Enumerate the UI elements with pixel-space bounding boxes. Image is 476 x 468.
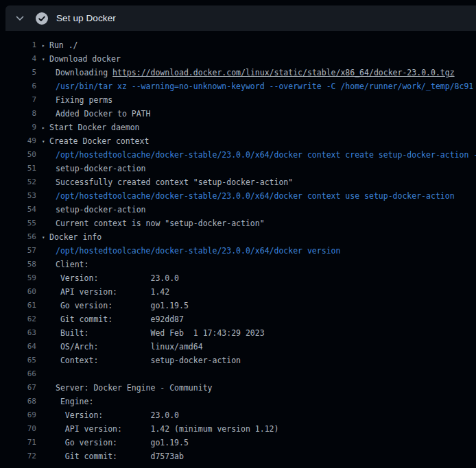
log-plain-text: API version: 1.42 bbox=[56, 287, 169, 297]
log-line: 1▸Run ./ bbox=[0, 38, 476, 52]
log-text: Version: 23.0.0 bbox=[36, 408, 476, 422]
line-number[interactable]: 56 bbox=[0, 230, 36, 244]
line-number[interactable]: 67 bbox=[0, 381, 36, 395]
line-number[interactable]: 66 bbox=[0, 367, 36, 381]
log-line: 61 Go version: go1.19.5 bbox=[0, 299, 476, 312]
triangle-expanded-icon[interactable]: ▾ bbox=[42, 231, 49, 244]
log-plain-text: setup-docker-action bbox=[56, 205, 146, 214]
log-plain-text: Engine: bbox=[56, 397, 93, 406]
log-line: 50/opt/hostedtoolcache/docker-stable/23.… bbox=[0, 148, 476, 162]
log-plain-text: setup-docker-action bbox=[56, 164, 146, 173]
log-line: 53/opt/hostedtoolcache/docker-stable/23.… bbox=[0, 189, 476, 203]
line-number[interactable]: 71 bbox=[0, 436, 36, 449]
line-number[interactable]: 53 bbox=[0, 189, 36, 203]
log-group-header[interactable]: ▾Create Docker context bbox=[36, 134, 476, 148]
log-text: Go version: go1.19.5 bbox=[36, 299, 476, 312]
log-text: setup-docker-action bbox=[36, 162, 476, 175]
log-text: API version: 1.42 bbox=[36, 285, 476, 299]
log-plain-text: Downloading bbox=[56, 68, 112, 77]
line-number[interactable]: 65 bbox=[0, 354, 36, 367]
line-number[interactable]: 57 bbox=[0, 244, 36, 258]
log-line: 4▾Download docker bbox=[0, 52, 476, 66]
line-number[interactable]: 58 bbox=[0, 258, 36, 271]
log-plain-text: Fixing perms bbox=[56, 95, 112, 105]
line-number[interactable]: 69 bbox=[0, 408, 36, 422]
line-number[interactable]: 68 bbox=[0, 395, 36, 408]
log-plain-text: OS/Arch: linux/amd64 bbox=[56, 342, 203, 352]
log-line: 51setup-docker-action bbox=[0, 162, 476, 175]
line-number[interactable]: 7 bbox=[0, 93, 36, 107]
line-number[interactable]: 64 bbox=[0, 340, 36, 354]
chevron-down-icon[interactable] bbox=[15, 14, 25, 23]
line-number[interactable]: 52 bbox=[0, 175, 36, 189]
log-line: 49▾Create Docker context bbox=[0, 134, 476, 148]
line-number[interactable]: 70 bbox=[0, 422, 36, 436]
log-line: 60 API version: 1.42 bbox=[0, 285, 476, 299]
log-plain-text: Added Docker to PATH bbox=[56, 109, 150, 119]
log-text bbox=[36, 367, 476, 381]
log-plain-text: Version: 23.0.0 bbox=[56, 410, 179, 420]
log-text: Successfully created context "setup-dock… bbox=[36, 175, 476, 189]
log-text: Added Docker to PATH bbox=[36, 107, 476, 121]
log-plain-text: Run ./ bbox=[49, 40, 78, 50]
log-line: 68 Engine: bbox=[0, 395, 476, 408]
line-number[interactable]: 50 bbox=[0, 148, 36, 162]
log-plain-text: Docker info bbox=[49, 232, 102, 242]
log-line: 52Successfully created context "setup-do… bbox=[0, 175, 476, 189]
step-header[interactable]: Set up Docker bbox=[5, 5, 476, 31]
line-number[interactable]: 49 bbox=[0, 134, 36, 148]
log-line: 59 Version: 23.0.0 bbox=[0, 271, 476, 285]
line-number[interactable]: 9 bbox=[0, 121, 36, 134]
line-number[interactable]: 59 bbox=[0, 271, 36, 285]
log-plain-text: Server: Docker Engine - Community bbox=[56, 383, 212, 393]
log-line: 63 Built: Wed Feb 1 17:43:29 2023 bbox=[0, 326, 476, 340]
log-text: OS/Arch: linux/amd64 bbox=[36, 340, 476, 354]
log-group-header[interactable]: ▸Run ./ bbox=[36, 38, 476, 52]
log-text: Context: setup-docker-action bbox=[36, 354, 476, 367]
log-command-text: /usr/bin/tar xz --warning=no-unknown-key… bbox=[56, 82, 473, 91]
line-number[interactable]: 1 bbox=[0, 38, 36, 52]
triangle-collapsed-icon[interactable]: ▸ bbox=[42, 121, 49, 134]
log-line: 9▸Start Docker daemon bbox=[0, 121, 476, 134]
line-number[interactable]: 51 bbox=[0, 162, 36, 175]
log-plain-text: Context: setup-docker-action bbox=[56, 356, 241, 365]
log-plain-text: Start Docker daemon bbox=[49, 123, 140, 132]
line-number[interactable]: 5 bbox=[0, 66, 36, 79]
log-group-header[interactable]: ▾Download docker bbox=[36, 52, 476, 66]
log-line: 7Fixing perms bbox=[0, 93, 476, 107]
log-line: 67Server: Docker Engine - Community bbox=[0, 381, 476, 395]
step-title: Set up Docker bbox=[56, 13, 116, 23]
log-viewer: 1▸Run ./4▾Download docker5Downloading ht… bbox=[0, 31, 476, 463]
log-text: Engine: bbox=[36, 395, 476, 408]
log-text: Git commit: d7573ab bbox=[36, 449, 476, 463]
log-command-text: /opt/hostedtoolcache/docker-stable/23.0.… bbox=[56, 150, 476, 160]
log-line: 64 OS/Arch: linux/amd64 bbox=[0, 340, 476, 354]
triangle-collapsed-icon[interactable]: ▸ bbox=[42, 39, 49, 52]
triangle-expanded-icon[interactable]: ▾ bbox=[42, 135, 49, 148]
line-number[interactable]: 8 bbox=[0, 107, 36, 121]
log-line: 54setup-docker-action bbox=[0, 203, 476, 217]
triangle-expanded-icon[interactable]: ▾ bbox=[42, 53, 49, 66]
line-number[interactable]: 72 bbox=[0, 449, 36, 463]
log-plain-text: Go version: go1.19.5 bbox=[56, 438, 189, 447]
log-group-header[interactable]: ▸Start Docker daemon bbox=[36, 121, 476, 134]
line-number[interactable]: 60 bbox=[0, 285, 36, 299]
log-line: 65 Context: setup-docker-action bbox=[0, 354, 476, 367]
line-number[interactable]: 54 bbox=[0, 203, 36, 217]
line-number[interactable]: 6 bbox=[0, 79, 36, 93]
line-number[interactable]: 4 bbox=[0, 52, 36, 66]
log-plain-text: Download docker bbox=[49, 54, 121, 64]
log-group-header[interactable]: ▾Docker info bbox=[36, 230, 476, 244]
line-number[interactable]: 55 bbox=[0, 217, 36, 230]
log-plain-text: Current context is now "setup-docker-act… bbox=[56, 219, 265, 228]
line-number[interactable]: 62 bbox=[0, 312, 36, 326]
log-plain-text: Git commit: d7573ab bbox=[56, 452, 184, 461]
log-text: Client: bbox=[36, 258, 476, 271]
line-number[interactable]: 61 bbox=[0, 299, 36, 312]
line-number[interactable]: 63 bbox=[0, 326, 36, 340]
log-command-text: /opt/hostedtoolcache/docker-stable/23.0.… bbox=[56, 191, 455, 201]
check-circle-icon bbox=[36, 12, 48, 25]
log-command-text: /opt/hostedtoolcache/docker-stable/23.0.… bbox=[56, 246, 340, 256]
log-line: 5Downloading https://download.docker.com… bbox=[0, 66, 476, 79]
log-url-link[interactable]: https://download.docker.com/linux/static… bbox=[112, 68, 455, 77]
